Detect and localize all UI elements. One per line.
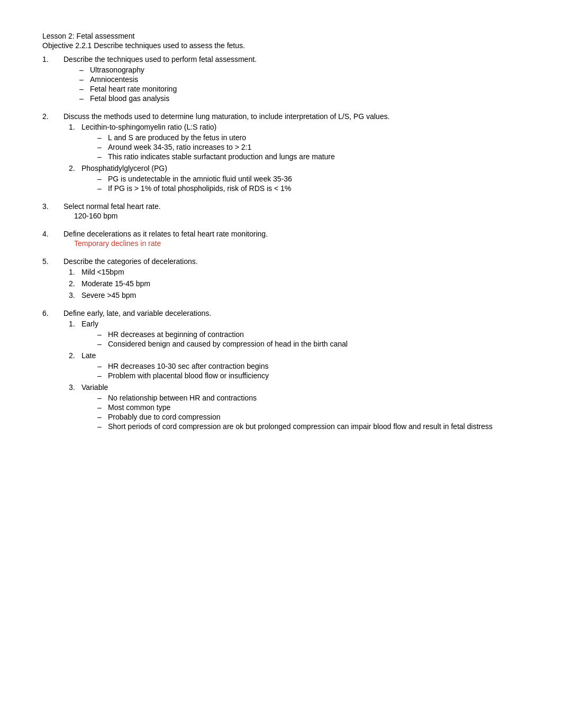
sub-label-2-2: Phosphatidylglycerol (PG) (81, 164, 167, 172)
list-item-3: 3. Select normal fetal heart rate. 120-1… (42, 202, 519, 220)
sub-text-5-2: Moderate 15-45 bpm (81, 279, 150, 288)
dash-item: HR decreases 10-30 sec after contraction… (97, 362, 519, 370)
list-item-1: 1. Describe the techniques used to perfo… (42, 55, 519, 103)
item-answer-4: Temporary declines in rate (74, 239, 519, 248)
item-number-6: 6. (42, 309, 49, 317)
sub-number-6-1: 1. (69, 320, 75, 328)
sub-label-6-3: Variable (81, 383, 108, 392)
dash-item: HR decreases at beginning of contraction (97, 330, 519, 339)
page-container: Lesson 2: Fetal assessment Objective 2.2… (42, 32, 519, 431)
item-number-5: 5. (42, 257, 49, 266)
sub-number-5-1: 1. (69, 268, 75, 276)
dash-item: No relationship between HR and contracti… (97, 394, 519, 402)
item-answer-3: 120-160 bpm (74, 212, 519, 220)
item-number-3: 3. (42, 202, 49, 211)
item-number-1: 1. (42, 55, 49, 63)
sub-dash-list-6-3: No relationship between HR and contracti… (97, 394, 519, 431)
list-item-2: 2. Discuss the methods used to determine… (42, 112, 519, 193)
sub-text-5-3: Severe >45 bpm (81, 291, 136, 299)
dash-item: Problem with placental blood flow or ins… (97, 371, 519, 380)
sub-dash-list-2-1: L and S are produced by the fetus in ute… (97, 133, 519, 161)
dash-item: Around week 34-35, ratio increases to > … (97, 143, 519, 151)
item-text-4: Define decelerations as it relates to fe… (64, 230, 268, 238)
item-content-6: Define early, late, and variable deceler… (64, 309, 519, 431)
dash-item: Amniocentesis (79, 75, 519, 84)
dash-item: Ultrasonography (79, 66, 519, 74)
sub-dash-list-6-1: HR decreases at beginning of contraction… (97, 330, 519, 348)
sub-number-5-3: 3. (69, 291, 75, 299)
item-content-3: Select normal fetal heart rate. 120-160 … (64, 202, 519, 220)
sub-label-6-1: Early (81, 320, 98, 328)
sub-label-2-1: Lecithin-to-sphingomyelin ratio (L:S rat… (81, 123, 216, 131)
sub-numbered-list-6: 1. Early HR decreases at beginning of co… (69, 320, 519, 431)
sub-list-item-2-2: 2. Phosphatidylglycerol (PG) PG is undet… (69, 164, 519, 193)
sub-number-6-2: 2. (69, 351, 75, 360)
item-content-5: Describe the categories of decelerations… (64, 257, 519, 299)
sub-number-6-3: 3. (69, 383, 75, 392)
sub-label-6-2: Late (81, 351, 96, 360)
item-text-3: Select normal fetal heart rate. (64, 202, 161, 211)
sub-list-item-2-1: 1. Lecithin-to-sphingomyelin ratio (L:S … (69, 123, 519, 161)
objective-title: Objective 2.2.1 Describe techniques used… (42, 41, 519, 50)
item-number-4: 4. (42, 230, 49, 238)
dash-item: L and S are produced by the fetus in ute… (97, 133, 519, 142)
sub-list-item-5-3: 3. Severe >45 bpm (69, 291, 519, 299)
dash-item: This ratio indicates stable surfactant p… (97, 152, 519, 161)
sub-list-item-6-3: 3. Variable No relationship between HR a… (69, 383, 519, 431)
dash-item: Fetal heart rate monitoring (79, 85, 519, 93)
lesson-title: Lesson 2: Fetal assessment (42, 32, 519, 40)
dash-list-1: Ultrasonography Amniocentesis Fetal hear… (79, 66, 519, 103)
list-item-6: 6. Define early, late, and variable dece… (42, 309, 519, 431)
list-item-5: 5. Describe the categories of decelerati… (42, 257, 519, 299)
sub-list-item-5-2: 2. Moderate 15-45 bpm (69, 279, 519, 288)
sub-number-5-2: 2. (69, 279, 75, 288)
dash-item: Short periods of cord compression are ok… (97, 422, 519, 431)
sub-dash-list-6-2: HR decreases 10-30 sec after contraction… (97, 362, 519, 380)
sub-text-5-1: Mild <15bpm (81, 268, 124, 276)
sub-numbered-list-2: 1. Lecithin-to-sphingomyelin ratio (L:S … (69, 123, 519, 193)
sub-numbered-list-5: 1. Mild <15bpm 2. Moderate 15-45 bpm 3. … (69, 268, 519, 299)
dash-item: Most common type (97, 403, 519, 412)
item-content-4: Define decelerations as it relates to fe… (64, 230, 519, 248)
item-text-1: Describe the techniques used to perform … (64, 55, 257, 63)
sub-dash-list-2-2: PG is undetectable in the amniotic fluid… (97, 175, 519, 193)
sub-number-2-2: 2. (69, 164, 75, 172)
item-text-6: Define early, late, and variable deceler… (64, 309, 211, 317)
item-text-5: Describe the categories of decelerations… (64, 257, 198, 266)
item-content-2: Discuss the methods used to determine lu… (64, 112, 519, 193)
item-content-1: Describe the techniques used to perform … (64, 55, 519, 103)
sub-list-item-6-1: 1. Early HR decreases at beginning of co… (69, 320, 519, 348)
dash-item: If PG is > 1% of total phospholipids, ri… (97, 184, 519, 193)
dash-item: Considered benign and caused by compress… (97, 340, 519, 348)
sub-list-item-6-2: 2. Late HR decreases 10-30 sec after con… (69, 351, 519, 380)
item-text-2: Discuss the methods used to determine lu… (64, 112, 389, 121)
main-list: 1. Describe the techniques used to perfo… (42, 55, 519, 431)
list-item-4: 4. Define decelerations as it relates to… (42, 230, 519, 248)
sub-list-item-5-1: 1. Mild <15bpm (69, 268, 519, 276)
item-number-2: 2. (42, 112, 49, 121)
dash-item: PG is undetectable in the amniotic fluid… (97, 175, 519, 183)
dash-item: Probably due to cord compression (97, 413, 519, 421)
sub-number-2-1: 1. (69, 123, 75, 131)
dash-item: Fetal blood gas analysis (79, 94, 519, 103)
